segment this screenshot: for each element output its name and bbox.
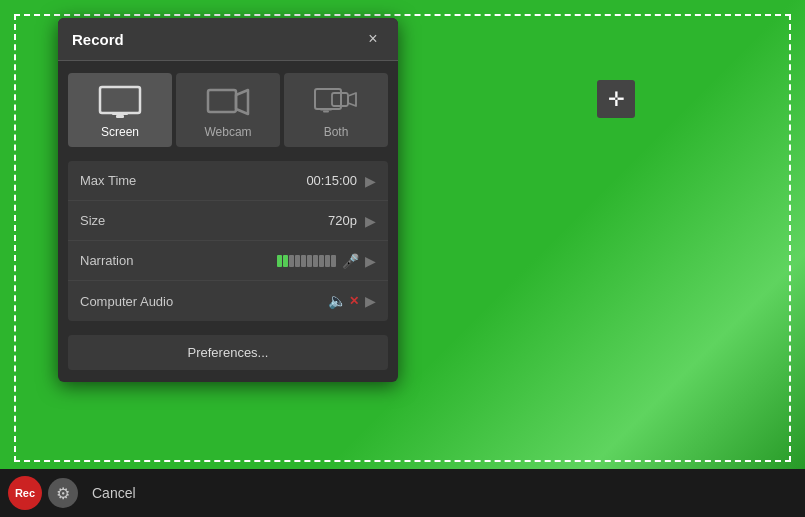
screen-icon	[98, 85, 142, 119]
settings-section: Max Time 00:15:00 ▶ Size 720p ▶ Narratio…	[68, 161, 388, 321]
vol-seg-3	[289, 255, 294, 267]
max-time-arrow[interactable]: ▶	[365, 173, 376, 189]
svg-rect-2	[116, 115, 124, 118]
computer-audio-arrow[interactable]: ▶	[365, 293, 376, 309]
mic-icon: 🎤	[342, 253, 359, 269]
vol-seg-1	[277, 255, 282, 267]
move-icon: ✛	[597, 80, 635, 118]
preferences-row: Preferences...	[58, 327, 398, 382]
vol-seg-4	[295, 255, 300, 267]
vol-seg-6	[307, 255, 312, 267]
both-icon	[314, 85, 358, 119]
svg-rect-3	[208, 90, 236, 112]
max-time-row: Max Time 00:15:00 ▶	[68, 161, 388, 201]
mode-button-both[interactable]: Both	[284, 73, 388, 147]
close-button[interactable]: ×	[362, 28, 384, 50]
svg-rect-7	[323, 111, 329, 113]
cancel-button[interactable]: Cancel	[84, 481, 144, 505]
mode-button-screen[interactable]: Screen	[68, 73, 172, 147]
narration-row: Narration 🎤 ▶	[68, 241, 388, 281]
rec-button[interactable]: Rec	[8, 476, 42, 510]
dialog-titlebar: Record ×	[58, 18, 398, 61]
webcam-label: Webcam	[204, 125, 251, 139]
svg-rect-6	[320, 109, 332, 111]
record-dialog: Record × Screen Webcam	[58, 18, 398, 382]
settings-button[interactable]: ⚙	[48, 478, 78, 508]
computer-audio-controls: 🔈 ✕	[200, 292, 365, 310]
computer-audio-row: Computer Audio 🔈 ✕ ▶	[68, 281, 388, 321]
svg-rect-1	[112, 113, 128, 115]
screen-label: Screen	[101, 125, 139, 139]
size-arrow[interactable]: ▶	[365, 213, 376, 229]
both-label: Both	[324, 125, 349, 139]
vol-seg-7	[313, 255, 318, 267]
svg-rect-0	[100, 87, 140, 113]
dialog-title: Record	[72, 31, 124, 48]
volume-bar	[277, 255, 336, 267]
size-label: Size	[80, 213, 200, 228]
vol-seg-2	[283, 255, 288, 267]
speaker-icon: 🔈	[328, 292, 347, 310]
max-time-value: 00:15:00	[200, 173, 365, 188]
speaker-muted: 🔈 ✕	[328, 292, 359, 310]
narration-label: Narration	[80, 253, 200, 268]
svg-marker-4	[236, 90, 248, 114]
computer-audio-label: Computer Audio	[80, 294, 200, 309]
vol-seg-9	[325, 255, 330, 267]
narration-bar: 🎤	[200, 253, 365, 269]
narration-arrow[interactable]: ▶	[365, 253, 376, 269]
vol-seg-5	[301, 255, 306, 267]
taskbar: Rec ⚙ Cancel	[0, 469, 805, 517]
svg-marker-9	[348, 93, 356, 106]
webcam-icon	[206, 85, 250, 119]
vol-seg-10	[331, 255, 336, 267]
mode-button-webcam[interactable]: Webcam	[176, 73, 280, 147]
vol-seg-8	[319, 255, 324, 267]
size-row: Size 720p ▶	[68, 201, 388, 241]
preferences-button[interactable]: Preferences...	[68, 335, 388, 370]
mode-selection-row: Screen Webcam Both	[58, 61, 398, 155]
size-value: 720p	[200, 213, 365, 228]
max-time-label: Max Time	[80, 173, 200, 188]
mute-x-icon: ✕	[349, 294, 359, 308]
